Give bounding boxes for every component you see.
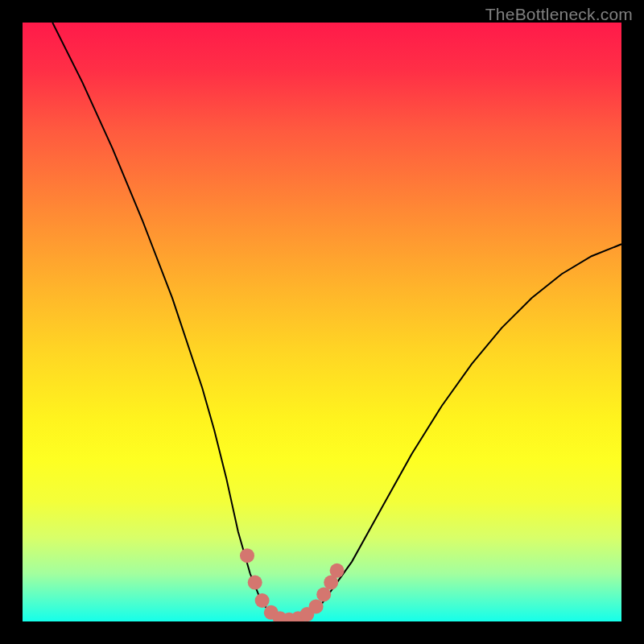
highlight-markers — [240, 548, 345, 621]
marker-dot — [248, 576, 262, 590]
marker-dot — [316, 588, 331, 602]
watermark-text: TheBottleneck.com — [485, 5, 633, 24]
marker-dot — [309, 599, 324, 613]
curve-path — [52, 23, 621, 621]
chart-svg — [23, 23, 621, 621]
bottleneck-curve — [52, 23, 621, 621]
marker-dot — [330, 564, 345, 578]
marker-dot — [255, 593, 270, 608]
chart-plot-area — [23, 23, 621, 621]
marker-dot — [240, 548, 254, 563]
